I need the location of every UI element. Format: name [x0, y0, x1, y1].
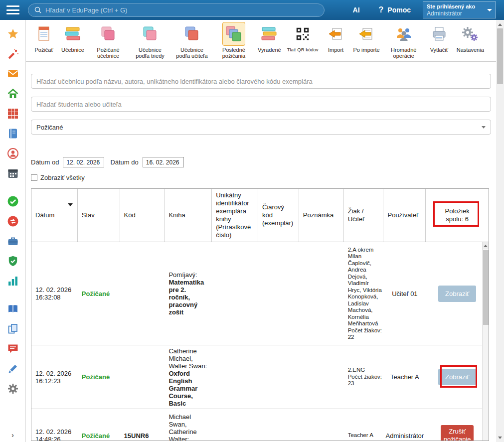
toolbar-item-label: Vytlačiť [430, 47, 448, 53]
menu-icon[interactable] [6, 5, 19, 14]
show-all-checkbox[interactable] [31, 174, 37, 181]
check-circle-icon[interactable] [6, 194, 20, 208]
table-scrollbar-thumb[interactable] [483, 250, 489, 325]
toolbar-item-import[interactable]: Import [325, 22, 347, 53]
col-header-kod[interactable]: Kód [120, 189, 165, 242]
toolbar-item-ucebnice-podla-triedy[interactable]: Učebnice podľa triedy [132, 22, 168, 59]
calendar-icon[interactable] [6, 166, 20, 180]
filters-panel: Požičané Dátum od Dátum do Zobraziť všet… [26, 62, 496, 441]
help-label: Pomoc [387, 6, 411, 14]
star-icon[interactable] [6, 27, 20, 40]
page-scrollbar-thumb[interactable] [497, 28, 503, 84]
table-row-1: 12. 02. 202616:32:08 Požičané Pomíjavý: … [31, 242, 489, 345]
textbooks-by-teacher-icon [180, 22, 203, 46]
user-info: Ste prihlásený ako Administrátor [427, 3, 487, 17]
toolbar-item-posledne-pozicania[interactable]: Posledné požičania [216, 22, 252, 59]
toolbar-item-hromadne-operacie[interactable]: Hromadné operácie [386, 22, 422, 59]
col-header-kniha[interactable]: Kniha [165, 189, 212, 242]
person-search-input[interactable] [31, 97, 491, 112]
user-menu[interactable]: Ste prihlásený ako Administrátor [423, 1, 496, 18]
uid-cell [212, 242, 258, 345]
zobrazit-button[interactable]: Zobraziť [438, 369, 476, 385]
scroll-up-arrow [496, 20, 504, 28]
logged-in-as-label: Ste prihlásený ako [427, 3, 487, 10]
textbooks-icon [61, 22, 84, 46]
documents-icon[interactable] [6, 322, 20, 335]
status-filter-select[interactable]: Požičané [31, 120, 491, 135]
toolbar-item-tlac-qr-kodov[interactable]: Tlač QR kódov [287, 22, 319, 53]
table-scrollbar[interactable] [482, 242, 489, 441]
triangle-down-icon [498, 437, 502, 439]
student-cell: 2.A okrem Milan Čaplovič, Andrea Dejová,… [344, 242, 384, 345]
toolbar-item-pozicat[interactable]: Požičať [32, 22, 55, 53]
toolbar-item-vyradene[interactable]: Vyradené [258, 22, 281, 53]
toolbar-item-ucebnice-podla-ucitela[interactable]: Učebnice podľa učiteľa [174, 22, 210, 59]
ai-button[interactable]: AI [353, 6, 360, 14]
col-header-stav[interactable]: Stav [78, 189, 120, 242]
shield-icon[interactable] [6, 254, 20, 268]
col-header-pouzivatel[interactable]: Používateľ [383, 189, 426, 242]
pen-icon[interactable] [6, 362, 20, 375]
notebook-icon[interactable] [6, 127, 20, 140]
col-header-poznamka[interactable]: Poznámka [299, 189, 344, 242]
discarded-icon [258, 22, 281, 46]
toolbar-item-pozicane-ucebnice[interactable]: Požičané učebnice [90, 22, 126, 59]
substitution-icon[interactable] [6, 214, 20, 228]
toolbar-item-label: Vyradené [258, 47, 281, 53]
note-cell [299, 409, 344, 441]
toolbar-item-label: Učebnice podľa triedy [132, 47, 168, 59]
student-cell: 2.ENGPočet žiakov: 23 [344, 345, 384, 409]
toolbar-item-label: Učebnice podľa učiteľa [174, 47, 210, 59]
user-cell: Učiteľ 01 [383, 242, 426, 345]
action-cell: Zrušiť požičanie [426, 409, 489, 441]
book-search-input[interactable] [31, 74, 491, 89]
sidebar-expand-chevron[interactable]: › [11, 431, 14, 439]
date-from-input[interactable] [63, 157, 104, 167]
status-cell: Požičané [78, 409, 120, 441]
col-header-unikatny-identifikator[interactable]: Unikátny identifikátor exemplára knihy (… [212, 189, 258, 242]
timetable-icon[interactable] [6, 107, 20, 120]
scroll-down-arrow[interactable] [496, 434, 504, 442]
magic-wand-icon[interactable] [6, 47, 20, 60]
toolbar-item-label: Po importe [353, 47, 380, 53]
search-input[interactable] [45, 6, 318, 14]
gear-icon[interactable] [6, 382, 20, 395]
book-cell: Catherine Michael, Walter Swan: Oxford E… [165, 345, 212, 409]
table-row-3: 12. 02. 202614:48:26 Požičané 15UNR6 Mic… [31, 409, 489, 441]
total-items-header: Položiek spolu: 6 [426, 189, 489, 242]
uid-cell [212, 409, 258, 441]
status-cell: Požičané [78, 345, 120, 409]
library-icon[interactable] [6, 302, 20, 315]
barcode-cell [258, 345, 299, 409]
date-to-input[interactable] [143, 157, 184, 167]
toolbar-item-vytlacit[interactable]: Vytlačiť [428, 22, 451, 53]
qr-print-icon [291, 22, 314, 46]
sidebar: › [0, 20, 26, 442]
mail-icon[interactable] [6, 67, 20, 80]
col-header-ciarovy-kod[interactable]: Čiarový kód (exemplár) [258, 189, 299, 242]
briefcase-icon[interactable] [6, 234, 20, 248]
print-icon [428, 22, 451, 46]
help-button[interactable]: ? Pomoc [379, 5, 411, 14]
barcode-cell [258, 409, 299, 441]
home-icon[interactable] [6, 87, 20, 100]
sort-desc-icon[interactable] [68, 203, 73, 206]
zobrazit-button[interactable]: Zobraziť [438, 286, 476, 302]
chart-icon[interactable] [6, 274, 20, 288]
page-scrollbar[interactable] [496, 20, 504, 442]
col-header-ziak-ucitel[interactable]: Žiak / Učiteľ [344, 189, 384, 242]
toolbar-item-nastavenia[interactable]: Nastavenia [457, 22, 484, 53]
person-icon[interactable] [6, 147, 20, 160]
col-header-datum[interactable]: Dátum [31, 189, 78, 242]
chevron-down-icon [482, 126, 486, 129]
zrusit-pozicanie-button[interactable]: Zrušiť požičanie [441, 425, 474, 441]
date-range-row: Dátum od Dátum do [31, 157, 491, 167]
toolbar-item-po-importe[interactable]: Po importe [353, 22, 380, 53]
toolbar-item-ucebnice[interactable]: Učebnice [61, 22, 84, 53]
chat-icon[interactable] [6, 342, 20, 355]
scroll-up-arrow[interactable] [483, 242, 489, 249]
code-cell: 15UNR6 [120, 409, 165, 441]
borrowed-textbooks-icon [97, 22, 120, 46]
status-filter-value: Požičané [36, 124, 63, 131]
borrow-icon [32, 22, 55, 46]
